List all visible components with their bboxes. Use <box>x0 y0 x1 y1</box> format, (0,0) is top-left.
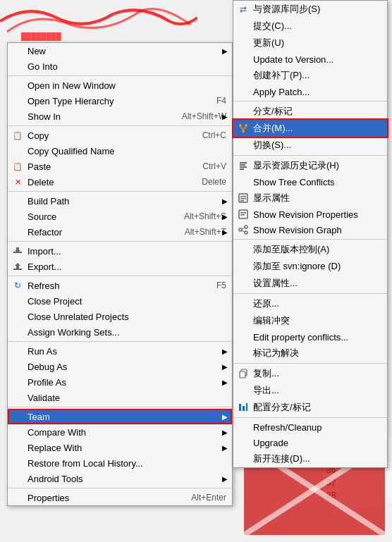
menu-label-edit-conflicts: 编辑冲突 <box>253 314 290 327</box>
menu-item-edit-property-conflicts[interactable]: Edit property conflicts... <box>233 329 387 345</box>
refresh-icon: ↻ <box>12 280 23 291</box>
menu-item-compare-with[interactable]: Compare With ▶ <box>8 424 232 440</box>
menu-item-copy[interactable]: 📋 Copy Ctrl+C <box>8 128 232 143</box>
menu-item-commit[interactable]: 提交(C)... <box>233 18 387 35</box>
import-icon <box>12 245 23 257</box>
menu-item-close-project[interactable]: Close Project <box>8 293 232 309</box>
arrow-icon-replace-with: ▶ <box>222 444 228 452</box>
menu-item-copy-qualified[interactable]: Copy Qualified Name <box>8 143 232 159</box>
menu-item-paste[interactable]: 📋 Paste Ctrl+V <box>8 159 232 174</box>
menu-item-delete[interactable]: ✕ Delete Delete <box>8 174 232 190</box>
menu-item-reconnect[interactable]: 新开连接(D)... <box>233 450 387 467</box>
menu-label-export: Export... <box>27 261 61 272</box>
menu-label-show-properties: 显示属性 <box>253 192 290 204</box>
menu-item-set-property[interactable]: 设置属性... <box>233 275 387 292</box>
arrow-icon-profile-as: ▶ <box>222 378 228 386</box>
menu-item-revert[interactable]: 还原... <box>233 295 387 312</box>
menu-item-merge[interactable]: 合并(M)... <box>233 120 387 137</box>
menu-label-update-version: Update to Version... <box>253 54 333 65</box>
menu-label-show-revision-graph: Show Revision Graph <box>253 225 342 235</box>
menu-item-export2[interactable]: 导出... <box>233 382 387 399</box>
menu-label-apply-patch: Apply Patch... <box>253 87 310 97</box>
menu-item-run-as[interactable]: Run As ▶ <box>8 343 232 359</box>
menu-label-paste: Paste <box>27 161 51 172</box>
menu-item-config-branch[interactable]: 配置分支/标记 <box>233 399 387 416</box>
menu-item-export[interactable]: Export... <box>8 259 232 274</box>
menu-label-merge: 合并(M)... <box>253 122 293 135</box>
svg-rect-35 <box>246 403 247 411</box>
left-context-menu: New ▶ Go Into Open in New Window Open Ty… <box>7 42 233 506</box>
menu-item-import[interactable]: Import... <box>8 243 232 259</box>
menu-label-switch: 切换(S)... <box>253 139 291 152</box>
menu-item-source[interactable]: Source Alt+Shift+S ▶ <box>8 209 232 224</box>
menu-label-refresh-cleanup: Refresh/Cleanup <box>253 422 322 433</box>
menu-item-team[interactable]: Team ▶ <box>8 409 232 424</box>
merge-icon <box>238 123 249 134</box>
separator-1 <box>8 75 232 76</box>
menu-item-restore-local[interactable]: Restore from Local History... <box>8 455 232 471</box>
menu-item-show-properties[interactable]: 显示属性 <box>233 190 387 207</box>
shortcut-source: Alt+Shift+S <box>170 211 226 221</box>
menu-label-import: Import... <box>27 246 61 257</box>
menu-item-upgrade[interactable]: Upgrade <box>233 435 387 450</box>
menu-item-show-revision-graph[interactable]: Show Revision Graph <box>233 222 387 238</box>
menu-item-show-tree-conflicts[interactable]: Show Tree Conflicts <box>233 174 387 190</box>
menu-item-mark-resolved[interactable]: 标记为解决 <box>233 345 387 362</box>
menu-item-replace-with[interactable]: Replace With ▶ <box>8 440 232 455</box>
menu-item-assign-working-sets[interactable]: Assign Working Sets... <box>8 324 232 340</box>
separator-r5 <box>233 363 387 364</box>
menu-item-refresh-cleanup[interactable]: Refresh/Cleanup <box>233 419 387 435</box>
menu-item-show-history[interactable]: 显示资源历史记录(H) <box>233 157 387 174</box>
menu-label-replace-with: Replace With <box>27 443 82 453</box>
menu-item-create-patch[interactable]: 创建补丁(P)... <box>233 67 387 84</box>
menu-item-new[interactable]: New ▶ <box>8 43 232 58</box>
menu-item-apply-patch[interactable]: Apply Patch... <box>233 84 387 99</box>
shortcut-refactor: Alt+Shift+T <box>171 227 226 237</box>
menu-item-build-path[interactable]: Build Path ▶ <box>8 193 232 209</box>
separator-2 <box>8 125 232 126</box>
separator-7 <box>8 407 232 407</box>
menu-label-create-patch: 创建补丁(P)... <box>253 69 310 82</box>
arrow-icon-compare-with: ▶ <box>222 429 228 436</box>
menu-item-copy2[interactable]: 复制... <box>233 365 387 382</box>
menu-item-branch-tag[interactable]: 分支/标记 <box>233 103 387 120</box>
separator-4 <box>8 241 232 242</box>
menu-item-refresh[interactable]: ↻ Refresh F5 <box>8 278 232 293</box>
menu-item-properties[interactable]: Properties Alt+Enter <box>8 490 232 505</box>
separator-6 <box>8 341 232 342</box>
svg-point-27 <box>245 226 247 228</box>
svg-line-29 <box>242 228 245 229</box>
svg-rect-24 <box>240 212 246 214</box>
menu-label-copy-qualified: Copy Qualified Name <box>27 146 115 156</box>
menu-item-refactor[interactable]: Refactor Alt+Shift+T ▶ <box>8 224 232 240</box>
menu-item-switch[interactable]: 切换(S)... <box>233 137 387 154</box>
menu-label-add-version-control: 添加至版本控制(A) <box>253 243 329 256</box>
menu-item-android-tools[interactable]: Android Tools ▶ <box>8 471 232 486</box>
svg-rect-7 <box>13 269 22 270</box>
menu-item-profile-as[interactable]: Profile As ▶ <box>8 374 232 390</box>
menu-item-go-into[interactable]: Go Into <box>8 58 232 74</box>
svg-line-13 <box>240 127 243 130</box>
menu-item-edit-conflicts[interactable]: 编辑冲突 <box>233 312 387 329</box>
menu-item-validate[interactable]: Validate <box>8 390 232 405</box>
menu-label-build-path: Build Path <box>27 196 69 207</box>
menu-item-add-version-control[interactable]: 添加至版本控制(A) <box>233 241 387 258</box>
menu-label-close-project: Close Project <box>27 296 82 307</box>
menu-item-show-in[interactable]: Show In Alt+Shift+W ▶ <box>8 109 232 124</box>
menu-item-sync-repo[interactable]: ⇄ 与资源库同步(S) <box>233 1 387 18</box>
menu-item-add-svnignore[interactable]: 添加至 svn:ignore (D) <box>233 258 387 275</box>
svg-rect-34 <box>243 406 245 411</box>
menu-item-update[interactable]: 更新(U) <box>233 35 387 51</box>
menu-label-refactor: Refactor <box>27 227 62 238</box>
menu-item-update-version[interactable]: Update to Version... <box>233 51 387 67</box>
menu-item-show-revision-props[interactable]: Show Revision Properties <box>233 207 387 222</box>
menu-label-run-as: Run As <box>27 346 57 357</box>
menu-item-open-type-hierarchy[interactable]: Open Type Hierarchy F4 <box>8 93 232 109</box>
menu-item-open-new-window[interactable]: Open in New Window <box>8 78 232 93</box>
arrow-icon-run-as: ▶ <box>222 347 228 355</box>
menu-item-debug-as[interactable]: Debug As ▶ <box>8 359 232 374</box>
menu-item-close-unrelated[interactable]: Close Unrelated Projects <box>8 309 232 324</box>
svg-rect-21 <box>240 198 246 199</box>
menu-label-commit: 提交(C)... <box>253 20 292 32</box>
menu-label-android-tools: Android Tools <box>27 474 83 484</box>
